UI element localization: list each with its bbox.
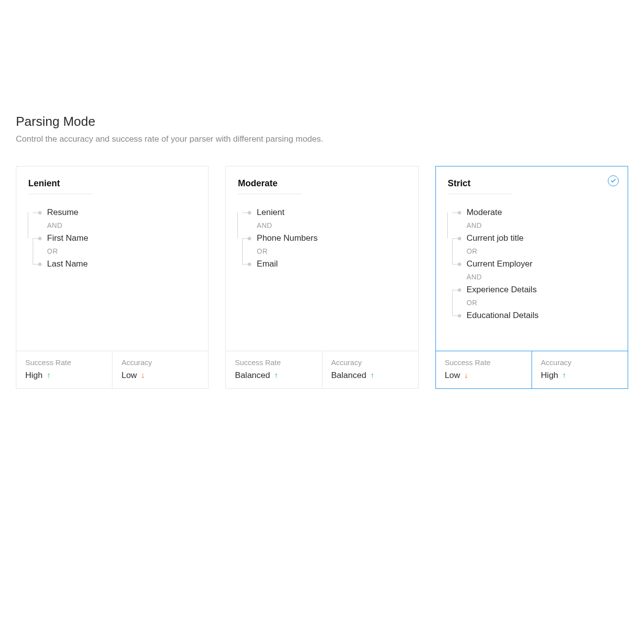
card-title: Strict	[448, 178, 512, 194]
rule-operator-or: OR	[257, 246, 406, 257]
rule-item: Email	[257, 259, 278, 268]
rule-item: Moderate	[467, 208, 502, 217]
rule-operator-or: OR	[467, 297, 616, 308]
metric-value: Balanced	[235, 371, 270, 380]
rule-item: Phone Numbers	[257, 233, 318, 243]
rule-tree: Resume AND First Name OR Last Name	[28, 207, 196, 269]
rule-operator-and: AND	[467, 271, 616, 282]
metric-value: Low	[121, 371, 137, 380]
metric-label: Accuracy	[541, 358, 619, 367]
rule-item: Resume	[47, 208, 78, 217]
parsing-mode-card-strict[interactable]: Strict Moderate AND Current job title OR…	[435, 166, 628, 389]
card-title: Lenient	[28, 178, 93, 194]
arrow-up-icon: ↑	[562, 371, 566, 380]
metric-label: Success Rate	[445, 358, 523, 367]
arrow-down-icon: ↓	[464, 371, 468, 380]
rule-item: Current job title	[467, 233, 524, 243]
arrow-down-icon: ↓	[141, 371, 145, 380]
rule-tree: Moderate AND Current job title OR Curren…	[448, 207, 616, 321]
parsing-mode-cards: Lenient Resume AND First Name OR Last Na…	[16, 166, 628, 389]
rule-item: Educational Details	[467, 311, 539, 320]
parsing-mode-card-moderate[interactable]: Moderate Lenient AND Phone Numbers OR Em…	[225, 166, 418, 389]
card-footer: Success Rate Low ↓ Accuracy High ↑	[436, 351, 628, 388]
metric-label: Accuracy	[331, 358, 409, 367]
rule-operator-and: AND	[257, 220, 406, 231]
metric-success-rate: Success Rate Balanced ↑	[226, 351, 322, 388]
metric-success-rate: Success Rate High ↑	[16, 351, 112, 388]
rule-item: Current Employer	[467, 259, 533, 268]
metric-accuracy: Accuracy Low ↓	[112, 351, 208, 388]
rule-operator-or: OR	[47, 246, 196, 257]
parsing-mode-card-lenient[interactable]: Lenient Resume AND First Name OR Last Na…	[16, 166, 209, 389]
card-footer: Success Rate Balanced ↑ Accuracy Balance…	[226, 351, 418, 388]
metric-success-rate: Success Rate Low ↓	[436, 351, 532, 388]
rule-operator-and: AND	[47, 220, 196, 231]
rule-operator-or: OR	[467, 246, 616, 257]
page-subtitle: Control the accuracy and success rate of…	[16, 134, 628, 144]
metric-value: High	[541, 371, 558, 380]
rule-item: Lenient	[257, 208, 284, 217]
metric-value: High	[25, 371, 43, 380]
rule-item: Experience Details	[467, 285, 537, 294]
rule-item: First Name	[47, 233, 88, 243]
metric-label: Success Rate	[25, 358, 103, 367]
rule-item: Last Name	[47, 259, 88, 268]
metric-label: Accuracy	[121, 358, 199, 367]
page-title: Parsing Mode	[16, 114, 628, 129]
metric-label: Success Rate	[235, 358, 313, 367]
rule-operator-and: AND	[467, 220, 616, 231]
metric-accuracy: Accuracy High ↑	[532, 351, 628, 388]
metric-value: Balanced	[331, 371, 367, 380]
card-title: Moderate	[238, 178, 302, 194]
metric-accuracy: Accuracy Balanced ↑	[322, 351, 418, 388]
arrow-up-icon: ↑	[370, 371, 374, 380]
rule-tree: Lenient AND Phone Numbers OR Email	[238, 207, 406, 269]
selected-check-icon	[608, 175, 619, 186]
metric-value: Low	[445, 371, 460, 380]
arrow-up-icon: ↑	[47, 371, 51, 380]
arrow-up-icon: ↑	[274, 371, 278, 380]
card-footer: Success Rate High ↑ Accuracy Low ↓	[16, 351, 208, 388]
